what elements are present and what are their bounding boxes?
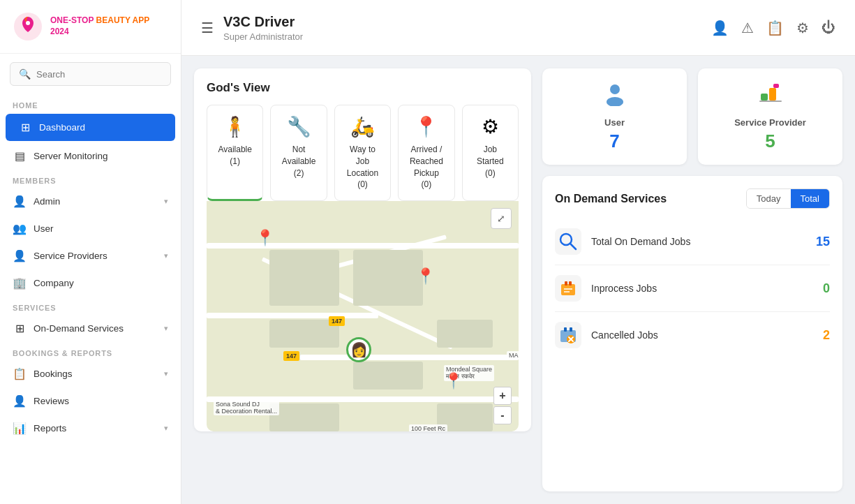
bookings-icon: 📋	[13, 367, 27, 380]
sidebar-item-server-monitoring[interactable]: ▤ Server Monitoring	[0, 142, 181, 170]
sidebar-item-company[interactable]: 🏢 Company	[0, 269, 181, 297]
total-jobs-icon	[555, 228, 581, 255]
total-jobs-value: 15	[816, 235, 830, 249]
chevron-down-icon: ▾	[164, 324, 168, 333]
sidebar-item-label: Dashboard	[39, 122, 85, 133]
toggle-today-button[interactable]: Today	[747, 189, 791, 208]
logo-icon	[13, 11, 43, 42]
location-pin-2: 📍	[416, 267, 435, 286]
page-title: V3C Driver	[223, 14, 303, 30]
server-icon: ▤	[13, 149, 27, 163]
cancelled-jobs-icon	[555, 322, 581, 348]
sidebar-item-admin[interactable]: 👤 Admin ▾	[0, 188, 181, 215]
status-card-label: Arrived / Reached Pickup (0)	[406, 144, 447, 191]
toggle-buttons: Today Total	[746, 188, 830, 209]
cancelled-jobs-value: 2	[823, 328, 830, 343]
nav-section-bookings: BOOKINGS & REPORTS 📋 Bookings ▾ 👤 Review…	[0, 342, 181, 442]
company-icon: 🏢	[13, 276, 27, 290]
service-provider-stat-value: 5	[709, 131, 831, 152]
left-panel: God's View 🧍 Available (1) 🔧 Not Availab…	[194, 68, 531, 491]
search-input[interactable]	[36, 69, 162, 80]
way-to-job-icon: 🛵	[342, 115, 383, 138]
bookings-section-label: BOOKINGS & REPORTS	[0, 342, 181, 360]
on-demand-title: On Demand Services	[555, 193, 667, 205]
svg-rect-4	[761, 94, 768, 101]
services-section-label: SERVICES	[0, 297, 181, 315]
sidebar-item-label: User	[34, 223, 54, 234]
user-avatar: 👩	[350, 341, 368, 358]
hamburger-icon[interactable]: ☰	[201, 20, 214, 36]
inprocess-jobs-icon	[555, 275, 581, 302]
arrived-icon: 📍	[406, 115, 447, 138]
sidebar-item-bookings[interactable]: 📋 Bookings ▾	[0, 360, 181, 387]
service-provider-stat-icon	[709, 81, 831, 112]
svg-line-9	[570, 244, 576, 249]
toggle-total-button[interactable]: Total	[791, 189, 829, 208]
sidebar-item-service-providers[interactable]: 👤 Service Providers ▾	[0, 242, 181, 269]
reviews-icon: 👤	[13, 394, 27, 408]
power-icon[interactable]: ⏻	[821, 20, 835, 36]
demand-item-total-jobs: Total On Demand Jobs 15	[555, 218, 830, 265]
sidebar-item-on-demand[interactable]: ⊞ On-Demand Services ▾	[0, 315, 181, 342]
notes-icon[interactable]: 📋	[766, 20, 784, 36]
sidebar-item-label: Server Monitoring	[34, 151, 108, 161]
stats-row: User 7 Service Provider 5	[542, 68, 842, 165]
svg-point-2	[610, 84, 620, 94]
sidebar-item-label: Admin	[34, 196, 60, 207]
sidebar-item-reports[interactable]: 📊 Reports ▾	[0, 415, 181, 442]
home-section-label: HOME	[0, 94, 181, 112]
location-pin-1: 📍	[255, 229, 274, 247]
zoom-in-button[interactable]: +	[493, 387, 512, 405]
status-card-label: Way to Job Location (0)	[342, 144, 383, 191]
zoom-out-button[interactable]: -	[493, 406, 512, 424]
chevron-down-icon: ▾	[164, 424, 168, 433]
sidebar-item-label: Reviews	[34, 396, 69, 406]
svg-rect-16	[564, 327, 567, 332]
reports-icon: 📊	[13, 422, 27, 435]
service-provider-stat-card: Service Provider 5	[698, 68, 842, 165]
gods-view-title: God's View	[207, 81, 519, 95]
header: ☰ V3C Driver Super Administrator 👤 ⚠ 📋 ⚙…	[181, 0, 855, 56]
nav-section-members: MEMBERS 👤 Admin ▾ 👥 User 👤 Service Provi…	[0, 170, 181, 297]
sidebar-item-label: Bookings	[34, 369, 73, 379]
service-providers-icon: 👤	[13, 249, 27, 262]
sidebar-item-label: Service Providers	[34, 251, 107, 261]
status-card-way-to-job[interactable]: 🛵 Way to Job Location (0)	[334, 105, 391, 201]
members-section-label: MEMBERS	[0, 170, 181, 188]
status-card-not-available[interactable]: 🔧 Not Available (2)	[270, 105, 327, 201]
sidebar: ONE-STOP BEAUTY APP 2024 🔍 HOME ⊞ Dashbo…	[0, 0, 181, 504]
status-card-arrived[interactable]: 📍 Arrived / Reached Pickup (0)	[398, 105, 454, 201]
settings-icon[interactable]: ⚙	[796, 20, 809, 36]
profile-icon[interactable]: 👤	[711, 20, 729, 36]
sidebar-item-reviews[interactable]: 👤 Reviews	[0, 387, 181, 415]
svg-rect-12	[569, 281, 572, 286]
sidebar-search[interactable]: 🔍	[10, 62, 171, 86]
svg-point-3	[607, 97, 623, 106]
on-demand-icon: ⊞	[13, 322, 27, 335]
sidebar-logo: ONE-STOP BEAUTY APP 2024	[0, 0, 181, 54]
sidebar-item-dashboard[interactable]: ⊞ Dashboard	[6, 114, 175, 141]
svg-point-1	[26, 21, 30, 25]
map-container[interactable]: Sona Sound DJ& Decoration Rental... Mond…	[207, 201, 519, 431]
svg-rect-11	[565, 281, 567, 286]
road-sign-147-2: 147	[283, 351, 299, 361]
sidebar-item-user[interactable]: 👥 User	[0, 215, 181, 242]
nav-section-home: HOME ⊞ Dashboard ▤ Server Monitoring	[0, 94, 181, 170]
dashboard-icon: ⊞	[18, 121, 32, 134]
cancelled-jobs-label: Cancelled Jobs	[591, 329, 813, 341]
inprocess-jobs-label: Inprocess Jobs	[591, 282, 813, 295]
not-available-icon: 🔧	[278, 115, 319, 138]
sidebar-item-label: Reports	[34, 423, 66, 433]
status-card-job-started[interactable]: ⚙ Job Started (0)	[462, 105, 519, 201]
map-expand-button[interactable]: ⤢	[491, 208, 512, 229]
svg-rect-7	[759, 101, 782, 102]
on-demand-header: On Demand Services Today Total	[555, 188, 830, 209]
demand-item-inprocess-jobs: Inprocess Jobs 0	[555, 265, 830, 312]
status-card-available[interactable]: 🧍 Available (1)	[207, 105, 263, 201]
main-content: ☰ V3C Driver Super Administrator 👤 ⚠ 📋 ⚙…	[181, 0, 855, 504]
map-label-100: 100 Feet Rc	[409, 424, 447, 431]
alert-icon[interactable]: ⚠	[741, 20, 754, 36]
nav-section-services: SERVICES ⊞ On-Demand Services ▾	[0, 297, 181, 342]
job-started-icon: ⚙	[470, 115, 511, 138]
map-label-madhav: MADHAVR...	[507, 351, 519, 360]
